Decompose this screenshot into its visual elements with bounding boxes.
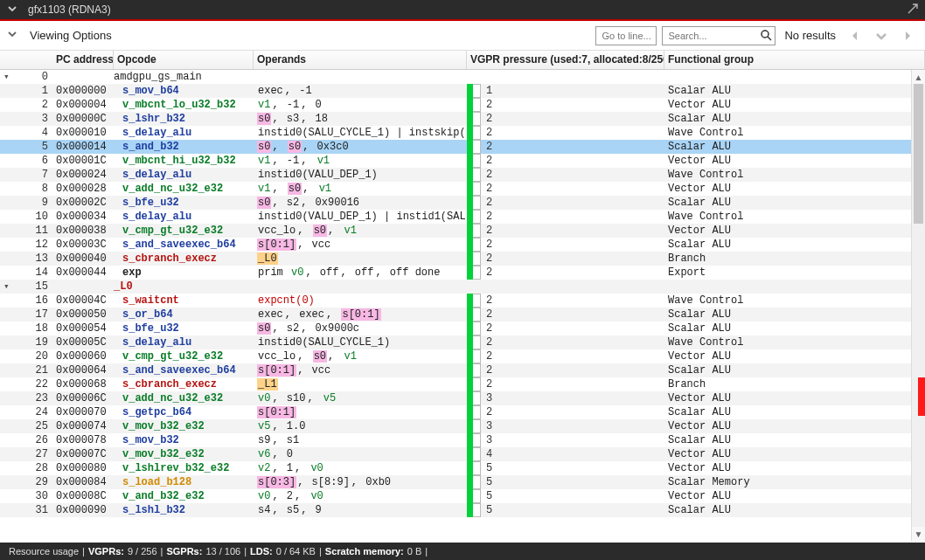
pc-address: 0x000024 [52,168,114,182]
pc-address: 0x000044 [52,266,114,280]
table-row[interactable]: 80x000028v_add_nc_u32_e32v1, s0, v12Vect… [0,182,925,196]
vgpr-bar [467,126,481,140]
viewing-options-toggle-icon[interactable] [7,29,21,42]
opcode: v_and_b32_e32 [114,489,254,503]
svg-line-1 [768,37,771,40]
table-row[interactable]: 200x000060v_cmp_gt_u32_e32vcc_lo, s0, v1… [0,349,925,363]
pc-address: 0x000090 [52,503,114,517]
vgpr-value: 2 [481,168,664,182]
col-opcode[interactable]: Opcode [114,51,254,69]
table-row[interactable]: 10x000000s_mov_b64exec, -11Scalar ALU [0,84,925,98]
vgpr-bar [467,196,481,210]
vgpr-bar [467,84,481,98]
col-vgpr[interactable]: VGPR pressure (used:7, allocated:8/256) [467,51,664,69]
table-row[interactable]: 270x00007Cv_mov_b32_e32v6, 04Vector ALU [0,447,925,461]
goto-line-input[interactable] [595,26,657,45]
scroll-up-icon[interactable]: ▲ [912,70,925,84]
table-row[interactable]: 140x000044expprim v0, off, off, off done… [0,266,925,280]
table-row[interactable]: ▾15_L0 [0,280,925,294]
functional-group: Scalar ALU [664,503,925,517]
pc-address: 0x000078 [52,433,114,447]
functional-group: Vector ALU [664,349,925,363]
table-row[interactable]: 70x000024s_delay_aluinstid0(VALU_DEP_1)2… [0,168,925,182]
functional-group: Branch [664,377,925,391]
warning-marker[interactable] [918,377,925,397]
table-row[interactable]: 170x000050s_or_b64exec, exec, s[0:1]2Sca… [0,308,925,321]
vertical-scrollbar[interactable]: ▲ ▼ [911,70,925,541]
vgpr-bar [467,224,481,238]
functional-group: Vector ALU [664,154,925,168]
table-row[interactable]: ▾0amdgpu_gs_main [0,70,925,84]
operands: s[0:1], vcc [254,238,467,252]
table-row[interactable]: 230x00006Cv_add_nc_u32_e32v0, s10, v53Ve… [0,391,925,405]
row-index: 12 [17,238,52,252]
col-func[interactable]: Functional group [664,51,925,69]
next-result-button[interactable] [897,25,918,46]
vgpr-bar [467,391,481,405]
table-row[interactable]: 280x000080v_lshlrev_b32_e32v2, 1, v05Vec… [0,461,925,475]
expand-icon[interactable]: ▾ [3,70,10,84]
expand-icon[interactable]: ▾ [3,280,10,294]
vgpr-value: 5 [481,489,664,503]
vgpr-value: 2 [481,182,664,196]
opcode: v_cmp_gt_u32_e32 [114,224,254,238]
warning-marker[interactable] [918,397,925,416]
search-icon[interactable] [760,29,772,44]
row-index: 24 [17,405,52,419]
prev-result-button[interactable] [845,25,866,46]
table-row[interactable]: 310x000090s_lshl_b32s4, s5, 95Scalar ALU [0,503,925,517]
table-row[interactable]: 290x000084s_load_b128s[0:3], s[8:9], 0xb… [0,475,925,489]
vgpr-bar [467,70,481,84]
table-row[interactable]: 60x00001Cv_mbcnt_hi_u32_b32v1, -1, v12Ve… [0,154,925,168]
down-result-button[interactable] [871,25,892,46]
table-row[interactable]: 130x000040s_cbranch_execz_L02Branch [0,252,925,266]
vgpr-bar [467,335,481,349]
table-row[interactable]: 40x000010s_delay_aluinstid0(SALU_CYCLE_1… [0,126,925,140]
popout-icon[interactable] [908,3,918,17]
table-row[interactable]: 30x00000Cs_lshr_b32s0, s3, 182Scalar ALU [0,112,925,126]
pc-address: 0x000064 [52,363,114,377]
table-row[interactable]: 210x000064s_and_saveexec_b64s[0:1], vcc2… [0,363,925,377]
table-row[interactable]: 90x00002Cs_bfe_u32s0, s2, 0x900162Scalar… [0,196,925,210]
row-index: 6 [17,154,52,168]
operands: _L0 [254,252,467,266]
functional-group [664,280,925,294]
vgpr-value: 2 [481,335,664,349]
operands: s9, s1 [254,433,467,447]
vgpr-value: 2 [481,405,664,419]
scroll-down-icon[interactable]: ▼ [912,527,925,541]
table-row[interactable]: 250x000074v_mov_b32_e32v5, 1.03Vector AL… [0,419,925,433]
operands: v6, 0 [254,447,467,461]
viewing-options-label[interactable]: Viewing Options [30,29,112,42]
table-row[interactable]: 240x000070s_getpc_b64s[0:1]2Scalar ALU [0,405,925,419]
row-index: 30 [17,489,52,503]
operands: instid0(SALU_CYCLE_1) | instskip(N [254,126,467,140]
collapse-icon[interactable] [7,3,23,17]
functional-group: Vector ALU [664,391,925,405]
table-row[interactable]: 220x000068s_cbranch_execz_L12Branch [0,377,925,391]
search-input[interactable] [662,26,775,45]
col-operands[interactable]: Operands [254,51,467,69]
sgprs-value: 13 / 106 [205,546,240,557]
table-row[interactable]: 120x00003Cs_and_saveexec_b64s[0:1], vcc2… [0,238,925,252]
vgpr-value: 2 [481,266,664,280]
pc-address: 0x000014 [52,140,114,154]
opcode: s_delay_alu [114,335,254,349]
table-row[interactable]: 190x00005Cs_delay_aluinstid0(SALU_CYCLE_… [0,335,925,349]
table-row[interactable]: 110x000038v_cmp_gt_u32_e32vcc_lo, s0, v1… [0,224,925,238]
scroll-thumb[interactable] [914,84,923,224]
vgpr-value: 3 [481,419,664,433]
table-row[interactable]: 180x000054s_bfe_u32s0, s2, 0x9000c2Scala… [0,321,925,335]
operands [254,280,467,294]
table-row[interactable]: 160x00004Cs_waitcntexpcnt(0)2Wave Contro… [0,294,925,308]
table-row[interactable]: 50x000014s_and_b32s0, s0, 0x3c02Scalar A… [0,140,925,154]
table-row[interactable]: 20x000004v_mbcnt_lo_u32_b32v1, -1, 02Vec… [0,98,925,112]
vgpr-bar [467,210,481,224]
vgpr-bar [467,489,481,503]
col-pc[interactable]: PC address [52,51,114,69]
table-row[interactable]: 100x000034s_delay_aluinstid0(VALU_DEP_1)… [0,210,925,224]
table-row[interactable]: 260x000078s_mov_b32s9, s13Scalar ALU [0,433,925,447]
table-row[interactable]: 300x00008Cv_and_b32_e32v0, 2, v05Vector … [0,489,925,503]
vgpr-bar [467,252,481,266]
no-results-label: No results [784,29,836,42]
